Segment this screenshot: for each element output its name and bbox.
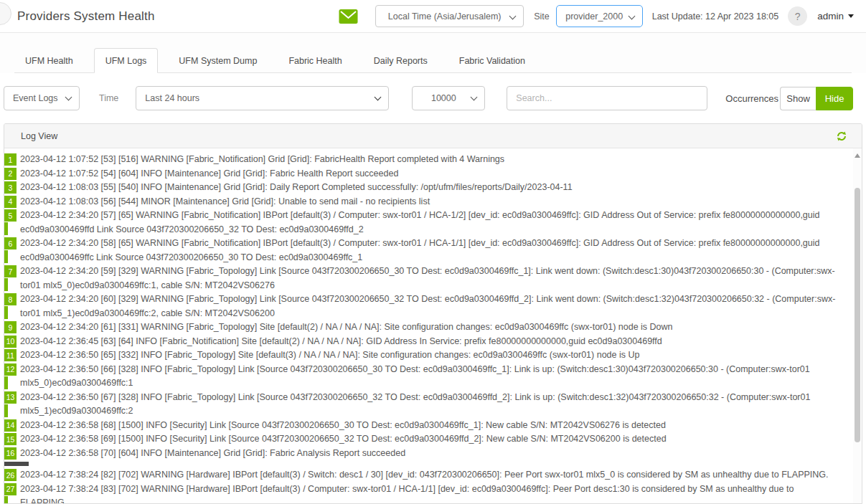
log-line-gutter: 14 [4, 419, 20, 433]
log-type-select[interactable]: Event Logs [4, 86, 80, 110]
site-label: Site [534, 11, 550, 22]
log-message: 2023-04-12 1:08:03 [55] [540] INFO [Main… [20, 181, 862, 195]
log-line-number: 12 [4, 363, 17, 376]
log-entry: 12 2023-04-12 2:36:50 [66] [328] INFO [F… [4, 363, 862, 391]
scrollbar-thumb[interactable] [855, 188, 860, 442]
log-entry: 6 2023-04-12 2:34:20 [58] [65] WARNING [… [4, 237, 862, 265]
timezone-select[interactable]: Local Time (Asia/Jerusalem) [375, 5, 524, 27]
site-select[interactable]: provider_2000 [556, 5, 643, 27]
log-line-number: 27 [4, 483, 17, 495]
tab-fabric-health[interactable]: Fabric Health [278, 48, 352, 73]
log-view-header: Log View [4, 124, 862, 148]
site-select-value: provider_2000 [565, 11, 623, 22]
log-entry: 14 2023-04-12 2:36:58 [68] [1500] INFO [… [4, 419, 862, 433]
log-entry: 27 2023-04-12 7:38:24 [83] [702] WARNING… [4, 482, 862, 504]
log-collapsed-separator [4, 462, 29, 466]
log-message: 2023-04-12 2:36:50 [65] [332] INFO [Fabr… [20, 348, 862, 363]
log-entry: 13 2023-04-12 2:36:50 [67] [328] INFO [F… [4, 391, 862, 419]
log-message: 2023-04-12 2:34:20 [57] [65] WARNING [Fa… [20, 209, 862, 237]
log-message: 2023-04-12 2:34:20 [58] [65] WARNING [Fa… [20, 237, 862, 265]
log-message: 2023-04-12 1:07:52 [54] [604] INFO [Main… [20, 167, 862, 181]
log-line-gutter: 9 [4, 320, 20, 335]
log-entry: 15 2023-04-12 2:36:58 [69] [1500] INFO [… [4, 432, 862, 447]
occurrences-toggle: Show Hide [780, 87, 853, 110]
log-message: 2023-04-12 7:38:24 [83] [702] WARNING [H… [20, 482, 862, 504]
sidebar-toggle-button[interactable] [0, 2, 11, 25]
user-menu[interactable]: admin [817, 11, 854, 22]
time-label: Time [99, 93, 118, 103]
result-limit-select-value: 10000 [431, 93, 456, 103]
tab-fabric-validation[interactable]: Fabric Validation [448, 48, 536, 73]
chevron-down-icon [848, 14, 854, 18]
last-update-text: Last Update: 12 Apr 2023 18:05 [652, 11, 779, 22]
log-message: 2023-04-12 2:36:50 [67] [328] INFO [Fabr… [20, 391, 862, 419]
log-line-number: 13 [4, 391, 17, 404]
log-line-gutter: 2 [4, 167, 20, 181]
log-message: 2023-04-12 2:36:45 [63] [64] INFO [Fabri… [20, 335, 862, 349]
log-message: 2023-04-12 2:34:20 [60] [329] WARNING [F… [20, 293, 862, 320]
search-input[interactable] [507, 86, 707, 110]
log-line-gutter: 3 [4, 181, 20, 195]
log-line-gutter: 8 [4, 293, 20, 320]
occurrences-label: Occurrences [725, 93, 778, 104]
log-line-number: 7 [4, 265, 17, 277]
occurrences-show-button[interactable]: Show [780, 87, 816, 110]
log-message: 2023-04-12 2:36:58 [68] [1500] INFO [Sec… [20, 419, 862, 433]
log-line-number: 16 [4, 447, 17, 460]
scrollbar-up-arrow-icon[interactable] [855, 153, 860, 158]
occurrences-hide-button[interactable]: Hide [816, 87, 853, 110]
filter-bar: Event Logs Time Last 24 hours 10000 Occu… [0, 73, 866, 123]
log-line-gutter: 15 [4, 432, 20, 447]
tab-ufm-logs[interactable]: UFM Logs [94, 48, 159, 73]
help-icon[interactable]: ? [788, 6, 807, 26]
log-message: 2023-04-12 1:07:52 [53] [516] WARNING [F… [20, 153, 862, 167]
tabs-area: UFM HealthUFM LogsUFM System DumpFabric … [0, 33, 866, 73]
mail-icon[interactable] [339, 9, 358, 24]
log-line-gutter: 1 [4, 153, 20, 167]
log-line-number: 1 [4, 153, 17, 166]
log-entry: 8 2023-04-12 2:34:20 [60] [329] WARNING … [4, 293, 862, 320]
log-line-gutter: 10 [4, 335, 20, 349]
log-line-gutter: 6 [4, 237, 20, 265]
log-line-gutter: 16 [4, 447, 20, 461]
log-entry: 1 2023-04-12 1:07:52 [53] [516] WARNING … [4, 153, 862, 167]
vertical-scrollbar[interactable] [853, 148, 862, 503]
time-range-select-value: Last 24 hours [145, 93, 199, 103]
tab-daily-reports[interactable]: Daily Reports [363, 48, 438, 73]
log-line-gutter: 13 [4, 391, 20, 419]
page-title: Providers System Health [17, 9, 155, 24]
log-line-gutter: 4 [4, 195, 20, 209]
log-line-gutter: 11 [4, 348, 20, 363]
tab-ufm-health[interactable]: UFM Health [14, 48, 84, 73]
log-line-number: 10 [4, 336, 17, 348]
log-line-number: 3 [4, 181, 17, 194]
log-entry: 16 2023-04-12 2:36:58 [70] [604] INFO [M… [4, 447, 862, 461]
log-line-gutter: 27 [4, 482, 20, 504]
log-view-panel: Log View 1 2023-04-12 1:07:52 [53] [516]… [4, 123, 862, 504]
log-entry: 9 2023-04-12 2:34:20 [61] [331] WARNING … [4, 320, 862, 335]
log-line-gutter: 12 [4, 363, 20, 391]
topbar-controls: Local Time (Asia/Jerusalem) Site provide… [339, 5, 854, 27]
log-line-number: 8 [4, 293, 17, 305]
log-line-number: 6 [4, 237, 17, 249]
log-line-number: 26 [4, 469, 17, 481]
log-line-number: 5 [4, 209, 17, 222]
log-entry: 10 2023-04-12 2:36:45 [63] [64] INFO [Fa… [4, 335, 862, 349]
time-range-select[interactable]: Last 24 hours [136, 86, 389, 110]
refresh-icon[interactable] [836, 130, 847, 142]
result-limit-select[interactable]: 10000 [412, 86, 485, 110]
log-entry: 4 2023-04-12 1:08:03 [56] [544] MINOR [M… [4, 195, 862, 209]
log-view-title: Log View [21, 131, 57, 141]
log-entry: 3 2023-04-12 1:08:03 [55] [540] INFO [Ma… [4, 181, 862, 195]
log-line-number: 2 [4, 168, 17, 180]
log-message: 2023-04-12 2:36:58 [69] [1500] INFO [Sec… [20, 432, 862, 447]
log-entry: 26 2023-04-12 7:38:24 [82] [702] WARNING… [4, 468, 862, 482]
log-message: 2023-04-12 2:34:20 [59] [329] WARNING [F… [20, 265, 862, 293]
log-entry: 7 2023-04-12 2:34:20 [59] [329] WARNING … [4, 265, 862, 293]
log-line-gutter: 26 [4, 468, 20, 482]
log-message: 2023-04-12 2:36:58 [70] [604] INFO [Main… [20, 447, 862, 461]
tab-ufm-system-dump[interactable]: UFM System Dump [168, 48, 268, 73]
log-entry: 5 2023-04-12 2:34:20 [57] [65] WARNING [… [4, 209, 862, 237]
log-message: 2023-04-12 1:08:03 [56] [544] MINOR [Mai… [20, 195, 862, 209]
log-line-number: 11 [4, 349, 17, 361]
